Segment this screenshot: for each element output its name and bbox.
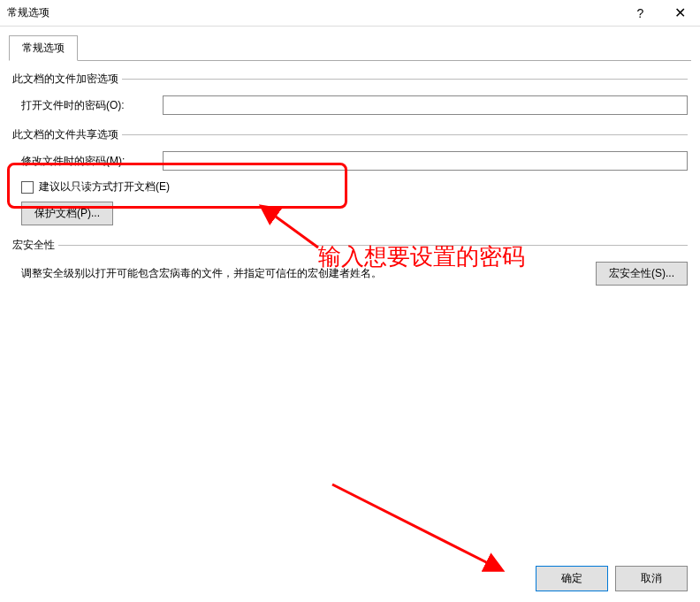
help-button[interactable]: ? xyxy=(620,0,660,26)
share-group-label: 此文档的文件共享选项 xyxy=(12,127,688,142)
title-controls: ? ✕ xyxy=(620,0,700,26)
open-password-label: 打开文件时的密码(O): xyxy=(21,98,163,113)
readonly-checkbox[interactable] xyxy=(21,181,34,194)
open-password-input[interactable] xyxy=(163,95,688,115)
macro-security-button[interactable]: 宏安全性(S)... xyxy=(596,262,688,286)
macro-row: 调整安全级别以打开可能包含宏病毒的文件，并指定可信任的宏创建者姓名。 宏安全性(… xyxy=(21,262,688,286)
readonly-label: 建议以只读方式打开文档(E) xyxy=(39,179,170,194)
dialog-title: 常规选项 xyxy=(7,5,49,20)
modify-password-input[interactable] xyxy=(163,151,688,171)
cancel-button[interactable]: 取消 xyxy=(615,566,688,591)
readonly-row: 建议以只读方式打开文档(E) xyxy=(21,179,688,194)
annotation-arrow-2 xyxy=(325,477,511,579)
macro-desc: 调整安全级别以打开可能包含宏病毒的文件，并指定可信任的宏创建者姓名。 xyxy=(21,266,382,281)
share-group: 此文档的文件共享选项 修改文件时的密码(M): 建议以只读方式打开文档(E) 保… xyxy=(12,127,688,225)
dialog-footer: 确定 取消 xyxy=(536,566,688,591)
tab-row: 常规选项 xyxy=(0,27,700,61)
title-bar: 常规选项 ? ✕ xyxy=(0,0,700,27)
macro-group-label: 宏安全性 xyxy=(12,238,688,253)
protect-document-button[interactable]: 保护文档(P)... xyxy=(21,202,113,225)
ok-button[interactable]: 确定 xyxy=(536,566,608,591)
macro-group: 宏安全性 调整安全级别以打开可能包含宏病毒的文件，并指定可信任的宏创建者姓名。 … xyxy=(12,238,688,286)
open-password-row: 打开文件时的密码(O): xyxy=(21,95,688,115)
encrypt-group: 此文档的文件加密选项 打开文件时的密码(O): xyxy=(12,72,688,115)
svg-line-3 xyxy=(332,484,493,566)
tab-divider xyxy=(9,60,691,61)
encrypt-group-label: 此文档的文件加密选项 xyxy=(12,72,688,87)
close-button[interactable]: ✕ xyxy=(660,0,700,26)
dialog-content: 此文档的文件加密选项 打开文件时的密码(O): 此文档的文件共享选项 修改文件时… xyxy=(0,61,700,309)
modify-password-label: 修改文件时的密码(M): xyxy=(21,154,163,169)
tab-general[interactable]: 常规选项 xyxy=(9,35,78,61)
modify-password-row: 修改文件时的密码(M): xyxy=(21,151,688,171)
